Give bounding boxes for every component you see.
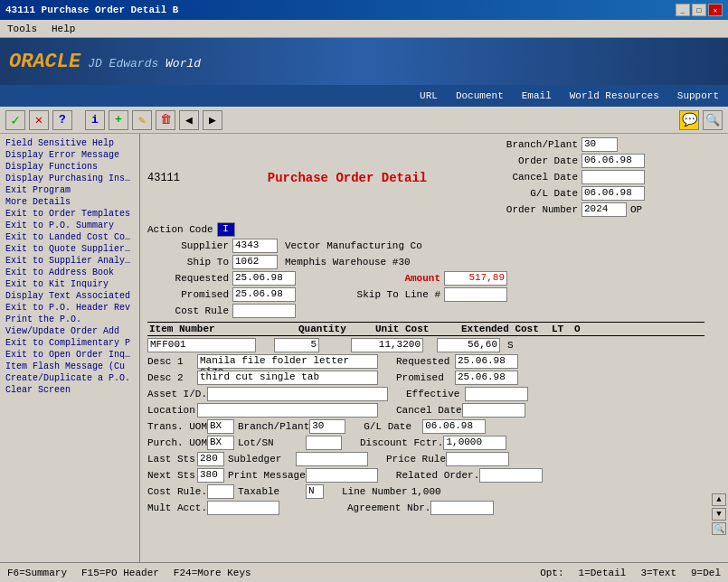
sidebar-item-display-purchasing-instr[interactable]: Display Purchasing Instr — [0, 173, 139, 184]
gl-date-value[interactable]: 06.06.98 — [581, 186, 645, 201]
menu-tools[interactable]: Tools — [4, 23, 41, 35]
nav-world-resources[interactable]: World Resources — [570, 90, 659, 101]
trans-uom-input[interactable]: BX — [207, 419, 234, 434]
discount-label: Discount Fctr. — [360, 437, 443, 448]
help-button[interactable]: ? — [52, 110, 72, 130]
asset-row: Asset I/D. Effective — [147, 387, 704, 401]
cancel-button[interactable]: ✕ — [29, 110, 49, 130]
minimize-button[interactable]: _ — [676, 4, 690, 16]
info-button[interactable]: i — [85, 110, 105, 130]
nav-document[interactable]: Document — [456, 90, 504, 101]
sidebar-item-exit-po-summary[interactable]: Exit to P.O. Summary — [0, 220, 139, 231]
edit-button[interactable]: ✎ — [132, 110, 152, 130]
sidebar-item-more-details[interactable]: More Details — [0, 196, 139, 208]
cancel-date-r-input[interactable] — [462, 403, 525, 418]
chat-button[interactable]: 💬 — [679, 110, 699, 130]
cancel-date-input[interactable] — [581, 170, 645, 184]
mult-acct-row: Mult Acct. Agreement Nbr. — [147, 501, 704, 515]
unit-cost-input[interactable]: 11,3200 — [351, 338, 423, 352]
sidebar-item-exit-landed-cost[interactable]: Exit to Landed Cost Comp — [0, 231, 139, 243]
effective-input[interactable] — [465, 387, 528, 401]
gl-date-label: G/L Date — [496, 188, 578, 199]
sidebar-item-display-error-message[interactable]: Display Error Message — [0, 149, 139, 161]
search-button[interactable]: 🔍 — [703, 110, 723, 130]
taxable-input[interactable]: N — [306, 484, 324, 499]
quantity-input[interactable]: 5 — [274, 338, 319, 352]
check-button[interactable]: ✓ — [5, 110, 25, 130]
window-controls: _ □ ✕ — [676, 4, 723, 16]
supplier-row: Supplier 4343 Vector Manufacturing Co — [147, 239, 704, 253]
location-row: Location Cancel Date — [147, 403, 704, 418]
print-msg-input[interactable] — [306, 468, 378, 483]
close-button[interactable]: ✕ — [708, 4, 723, 16]
nav-url[interactable]: URL — [420, 90, 438, 101]
sidebar-item-exit-kit-inquiry[interactable]: Exit to Kit Inquiry — [0, 278, 139, 290]
subledger-input[interactable] — [296, 452, 368, 466]
col-unit-cost: Unit Cost — [373, 324, 459, 334]
cancel-date-r-label: Cancel Date — [396, 405, 462, 416]
cancel-date-label: Cancel Date — [496, 172, 578, 183]
desc1-row: Desc 1 Manila file folder letter size Re… — [147, 354, 704, 369]
promised-value[interactable]: 25.06.98 — [232, 287, 296, 302]
purch-uom-input[interactable]: BX — [207, 436, 234, 450]
sidebar-item-create-duplicate-po[interactable]: Create/Duplicate a P.O. — [0, 372, 139, 384]
nav-support[interactable]: Support — [677, 90, 719, 101]
cost-rule-input[interactable] — [232, 304, 296, 318]
sidebar-item-exit-open-order-inqui[interactable]: Exit to Open Order Inqui — [0, 349, 139, 361]
sidebar-item-display-functions[interactable]: Display Functions — [0, 161, 139, 173]
supplier-code[interactable]: 4343 — [232, 239, 278, 253]
menu-help[interactable]: Help — [48, 23, 79, 35]
scroll-down-button[interactable]: ▼ — [712, 508, 726, 521]
last-sts-input[interactable]: 280 — [197, 452, 224, 466]
price-rule-label: Price Rule — [386, 454, 446, 465]
maximize-button[interactable]: □ — [692, 4, 706, 16]
mult-acct-input[interactable] — [207, 501, 279, 515]
nav-email[interactable]: Email — [522, 90, 552, 101]
order-number-value[interactable]: 2024 — [581, 202, 627, 217]
sidebar-item-exit-address-book[interactable]: Exit to Address Book — [0, 267, 139, 278]
gl-date-r-input[interactable]: 06.06.98 — [422, 419, 486, 434]
asset-input[interactable] — [207, 387, 388, 401]
extended-cost-input[interactable]: 56,60 — [437, 338, 500, 352]
delete-button[interactable]: 🗑 — [156, 110, 175, 130]
sidebar-item-exit-order-templates[interactable]: Exit to Order Templates — [0, 208, 139, 220]
skip-line-input[interactable] — [444, 287, 507, 302]
discount-input[interactable]: 1,0000 — [443, 436, 506, 450]
scroll-up-button[interactable]: ▲ — [712, 493, 726, 506]
promised-r-input[interactable]: 25.06.98 — [455, 371, 518, 385]
sidebar-item-exit-po-header-rev[interactable]: Exit to P.O. Header Rev — [0, 302, 139, 314]
lot-sn-input[interactable] — [306, 436, 342, 450]
sidebar-item-exit-complimentary[interactable]: Exit to Complimentary P — [0, 337, 139, 349]
add-button[interactable]: + — [109, 110, 128, 130]
requested-r-input[interactable]: 25.06.98 — [455, 354, 518, 369]
agreement-nbr-input[interactable] — [430, 501, 494, 515]
sidebar-item-exit-supplier-analysis[interactable]: Exit to Supplier Analysis — [0, 255, 139, 267]
sidebar-item-print-po[interactable]: Print the P.O. — [0, 314, 139, 325]
sidebar-item-field-sensitive-help[interactable]: Field Sensitive Help — [0, 137, 139, 149]
action-code-input[interactable]: I — [217, 222, 235, 237]
branch-plant-value[interactable]: 30 — [581, 137, 618, 152]
sidebar-item-view-update-order-add[interactable]: View/Update Order Add — [0, 325, 139, 337]
next-sts-input[interactable]: 380 — [197, 468, 224, 483]
next-button[interactable]: ▶ — [203, 110, 222, 130]
cost-rule2-input[interactable] — [207, 484, 234, 499]
price-rule-input[interactable] — [446, 452, 509, 466]
sidebar-item-exit-quote-supplier[interactable]: Exit to Quote Supplier E — [0, 243, 139, 255]
related-order-input[interactable] — [479, 468, 543, 483]
zoom-button[interactable]: 🔍 — [712, 522, 726, 535]
requested-value[interactable]: 25.06.98 — [232, 271, 296, 286]
amount-value[interactable]: 517,89 — [444, 271, 507, 286]
sidebar-item-display-text-associated[interactable]: Display Text Associated — [0, 290, 139, 302]
item-number-input[interactable]: MFF001 — [147, 338, 256, 352]
desc1-input[interactable]: Manila file folder letter size — [197, 354, 378, 369]
order-date-value[interactable]: 06.06.98 — [581, 154, 645, 168]
desc2-input[interactable]: third cut single tab — [197, 371, 378, 385]
sidebar-item-clear-screen[interactable]: Clear Screen — [0, 384, 139, 396]
sidebar-item-exit-program[interactable]: Exit Program — [0, 184, 139, 196]
ship-to-code[interactable]: 1062 — [232, 255, 278, 269]
form-title: Purchase Order Detail — [198, 171, 496, 185]
bp-input[interactable]: 30 — [309, 419, 345, 434]
prev-button[interactable]: ◀ — [179, 110, 199, 130]
sidebar-item-item-flash-message[interactable]: Item Flash Message (Cu — [0, 361, 139, 372]
location-input[interactable] — [197, 403, 378, 418]
